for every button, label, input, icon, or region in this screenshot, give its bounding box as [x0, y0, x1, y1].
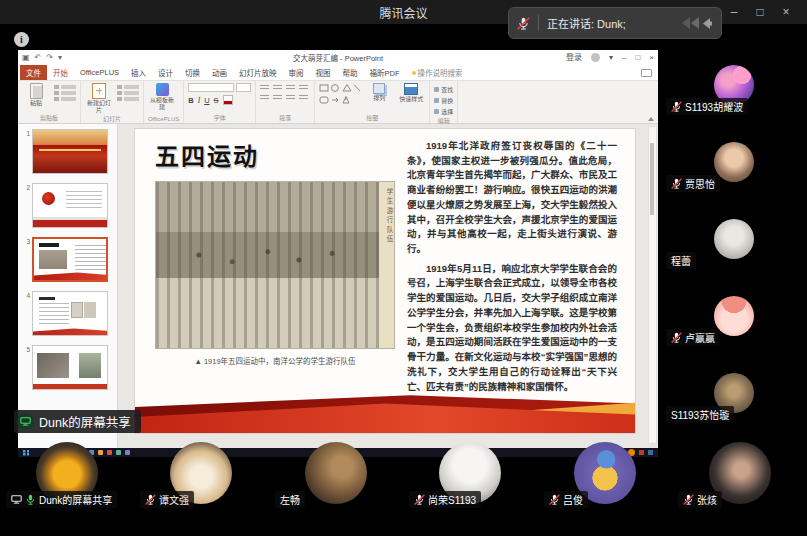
video-tile[interactable]: 程蕾: [660, 196, 807, 273]
new-slide-icon: [92, 83, 106, 99]
ppt-minimize-button[interactable]: –: [622, 54, 626, 62]
tab-file[interactable]: 文件: [20, 65, 47, 80]
tab-animations[interactable]: 动画: [206, 65, 233, 80]
muted-mic-icon: [549, 494, 560, 505]
minimize-button[interactable]: –: [721, 0, 747, 24]
quick-access-toolbar: ▣ ↶ ↷ ▾: [22, 54, 62, 62]
tell-me-search[interactable]: 操作说明搜索: [406, 65, 469, 80]
thumbnail-image: [32, 183, 108, 228]
participant-name-tag: 张烗: [678, 491, 722, 508]
slide-thumbnail-3-selected[interactable]: 3: [20, 237, 113, 282]
font-color-button[interactable]: [223, 95, 233, 105]
italic-button[interactable]: I: [198, 96, 201, 105]
strikethrough-button[interactable]: S: [214, 96, 219, 105]
thumbnail-image: [32, 129, 108, 174]
close-button[interactable]: ×: [773, 0, 799, 24]
group-slides: 新建幻灯片 幻灯片: [81, 81, 144, 123]
tab-transitions[interactable]: 切换: [179, 65, 206, 80]
maximize-button[interactable]: □: [747, 0, 773, 24]
video-tile[interactable]: 尚荣S1193: [403, 440, 537, 516]
tab-insert[interactable]: 插入: [125, 65, 152, 80]
video-tile[interactable]: 卢赢赢: [660, 273, 807, 350]
tab-officeplus[interactable]: OfficePLUS: [74, 65, 125, 80]
new-slide-button[interactable]: 新建幻灯片: [85, 83, 113, 114]
slide-thumbnail-2[interactable]: 2: [20, 183, 113, 228]
scrollbar-thumb[interactable]: [650, 143, 654, 215]
from-template-button[interactable]: 从模板新建: [148, 83, 176, 111]
shapes-gallery[interactable]: [319, 83, 361, 107]
slide-thumbnail-5[interactable]: 5: [20, 345, 113, 390]
participant-name-tag: 谭文强: [140, 491, 194, 508]
account-avatar[interactable]: [591, 53, 600, 62]
slide-thumbnail-panel: 1 2 3 4 5: [18, 124, 118, 448]
group-label: 字体: [188, 113, 251, 123]
meeting-window: 腾讯会议 – □ × 正在讲话: Dunk; i ▣ ↶ ↷ ▾ 交大萌芽汇: [0, 0, 807, 536]
slide-scrollbar[interactable]: [648, 126, 657, 444]
group-drawing: 排列 快速样式 绘图: [315, 81, 430, 123]
info-icon[interactable]: i: [14, 32, 29, 47]
ribbon-display-icon[interactable]: ▾: [609, 54, 613, 62]
ppt-restore-button[interactable]: □: [635, 54, 640, 62]
historical-photo: 学生游行队伍: [155, 181, 395, 349]
video-tile[interactable]: S1193苏怡璇: [660, 350, 807, 427]
speaking-label: 正在讲话: Dunk;: [547, 15, 671, 31]
find-button[interactable]: 查找: [434, 85, 453, 94]
font-size-box[interactable]: [236, 83, 251, 92]
slide-body-text: 1919年北洋政府签订丧权辱国的《二十一条》，使国家主权进一步被列强瓜分。值此危…: [407, 139, 617, 399]
tab-design[interactable]: 设计: [152, 65, 179, 80]
replace-button[interactable]: 替换: [434, 96, 453, 105]
ribbon-tab-bar: 文件 开始 OfficePLUS 插入 设计 切换 动画 幻灯片放映 审阅 视图…: [18, 65, 658, 81]
video-tile[interactable]: 贾思怡: [660, 119, 807, 196]
tab-review[interactable]: 审阅: [283, 65, 310, 80]
group-editing: 查找 替换 选择 编辑: [430, 81, 458, 123]
bold-button[interactable]: B: [188, 96, 193, 105]
tab-home[interactable]: 开始: [47, 65, 74, 80]
slide-thumbnail-4[interactable]: 4: [20, 291, 113, 336]
login-button[interactable]: 登录: [566, 54, 582, 62]
group-label: OfficePLUS: [148, 116, 179, 123]
paragraph-1: 1919年北洋政府签订丧权辱国的《二十一条》，使国家主权进一步被列强瓜分。值此危…: [407, 139, 617, 257]
window-controls: – □ ×: [721, 0, 799, 24]
video-tile[interactable]: 左畅: [269, 440, 403, 516]
paragraph-buttons[interactable]: [260, 83, 310, 103]
quick-styles-button[interactable]: 快速样式: [397, 83, 425, 103]
video-tile[interactable]: 张烗: [672, 440, 807, 516]
qat-more-icon[interactable]: ▾: [58, 54, 62, 62]
tab-view[interactable]: 视图: [310, 65, 337, 80]
clipboard-small-buttons[interactable]: [54, 83, 76, 101]
ppt-body: 1 2 3 4 5: [18, 124, 658, 448]
slide-thumbnail-1[interactable]: 1: [20, 129, 113, 174]
slides-small-buttons[interactable]: [117, 83, 139, 101]
slide-editor-area: 五四运动 学生游行队伍 ▲ 1919年五四运动中，南洋公学的学生游行队伍 191…: [118, 124, 658, 448]
collapse-ribbon-icon[interactable]: [648, 117, 654, 121]
replace-icon: [434, 98, 439, 103]
font-name-box[interactable]: [188, 83, 234, 92]
video-tile[interactable]: Dunk的屏幕共享: [0, 440, 134, 516]
video-tile[interactable]: 吕俊: [538, 440, 672, 516]
video-tile[interactable]: S1193胡耀波: [660, 42, 807, 119]
active-mic-icon: [25, 494, 36, 505]
participant-name-tag: 左畅: [275, 491, 305, 508]
paragraph-2: 1919年5月11日，响应北京大学学生联合会的号召，上海学生联合会正式成立，以领…: [407, 262, 617, 394]
select-button[interactable]: 选择: [434, 107, 453, 116]
paste-button[interactable]: 粘贴: [22, 83, 50, 107]
save-icon[interactable]: ▣: [22, 54, 30, 62]
paste-icon: [30, 83, 43, 99]
participant-name-tag: S1193苏怡璇: [666, 406, 734, 423]
underline-button[interactable]: U: [204, 96, 209, 105]
group-officeplus: 从模板新建 OfficePLUS: [144, 81, 184, 123]
comments-icon[interactable]: [641, 69, 652, 77]
ppt-close-button[interactable]: ×: [649, 54, 654, 62]
undo-icon[interactable]: ↶: [35, 54, 42, 62]
thumbnail-image: [32, 291, 108, 336]
muted-mic-icon: [671, 332, 682, 343]
tab-slideshow[interactable]: 幻灯片放映: [233, 65, 283, 80]
video-tile[interactable]: 谭文强: [134, 440, 268, 516]
avatar: [714, 219, 754, 259]
tab-help[interactable]: 帮助: [337, 65, 364, 80]
shared-screen: ▣ ↶ ↷ ▾ 交大萌芽汇编 - PowerPoint 登录 ▾ – □ × 文…: [18, 50, 658, 457]
banner-arrow-icons[interactable]: [679, 16, 713, 30]
tab-foxit-pdf[interactable]: 福昕PDF: [364, 65, 406, 80]
redo-icon[interactable]: ↷: [46, 54, 53, 62]
arrange-button[interactable]: 排列: [365, 83, 393, 102]
